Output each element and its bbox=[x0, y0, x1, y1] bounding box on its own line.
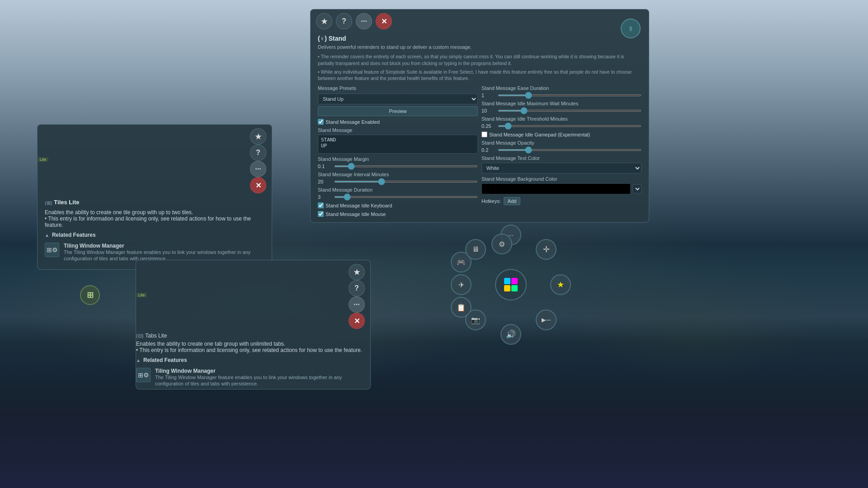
radial-center-icon bbox=[502, 276, 520, 294]
stand-idle-keyboard-checkbox[interactable] bbox=[318, 202, 324, 208]
text-color-select[interactable]: White bbox=[481, 163, 642, 174]
idle-max-wait-slider[interactable] bbox=[498, 110, 642, 112]
tabs-help-button[interactable]: ? bbox=[349, 280, 365, 296]
tabs-related-title: Tiling Window Manager bbox=[155, 368, 370, 374]
tiles-collapse-icon[interactable]: ▲ bbox=[45, 233, 49, 238]
stand-star-button[interactable]: ★ bbox=[316, 13, 332, 29]
tabs-panel-desc: Enables the ability to create one tab gr… bbox=[136, 341, 370, 347]
tiles-related-title: Tiling Window Manager bbox=[64, 243, 264, 249]
stand-message-enabled-row[interactable]: Stand Message Enabled bbox=[318, 119, 478, 125]
stand-margin-value: 0.1 bbox=[318, 164, 331, 169]
ease-duration-row: Stand Message Ease Duration 1 bbox=[481, 85, 642, 98]
stand-panel-title: (♀) Stand bbox=[318, 35, 642, 42]
tabs-panel-note: • This entry is for information and lice… bbox=[136, 347, 370, 353]
tiles-title-prefix: (⊞) bbox=[45, 200, 52, 206]
stand-interval-row: Stand Message Interval Minutes 20 bbox=[318, 172, 478, 184]
opacity-row: Stand Message Opacity 0.2 bbox=[481, 140, 642, 153]
tiles-close-button[interactable]: ✕ bbox=[250, 177, 266, 193]
stand-panel: ♀ ★ ? ··· ✕ (♀) Stand Delivers powerful … bbox=[310, 9, 649, 223]
stand-margin-slider[interactable] bbox=[334, 165, 478, 167]
stand-icon: ♀ bbox=[621, 19, 641, 38]
stand-panel-note1: • The reminder covers the entirety of ea… bbox=[318, 53, 642, 66]
bg-color-select[interactable]: ▼ bbox=[632, 184, 642, 193]
idle-max-wait-slider-container: 10 bbox=[481, 108, 642, 113]
stand-message-enabled-checkbox[interactable] bbox=[318, 119, 324, 125]
ease-duration-value: 1 bbox=[481, 93, 495, 98]
tiles-help-button[interactable]: ? bbox=[250, 145, 266, 161]
tabs-collapse-icon[interactable]: ▲ bbox=[136, 358, 141, 363]
tiles-related-header: ▲ Related Features bbox=[45, 232, 264, 238]
stand-margin-label: Stand Message Margin bbox=[318, 156, 478, 162]
idle-threshold-slider-container: 0.25 bbox=[481, 123, 642, 129]
stand-interval-slider[interactable] bbox=[334, 181, 478, 183]
radial-volume-button[interactable]: 🔊 bbox=[500, 324, 521, 345]
tabs-related-text: Tiling Window Manager The Tiling Window … bbox=[155, 368, 370, 387]
stand-close-button[interactable]: ✕ bbox=[376, 13, 392, 29]
radial-gear-button[interactable]: ⚙ bbox=[491, 234, 512, 254]
bg-color-label: Stand Message Background Color bbox=[481, 176, 642, 182]
tabs-close-button[interactable]: ✕ bbox=[349, 313, 365, 329]
tabs-related-section: ▲ Related Features ⊞⚙ Tiling Window Mana… bbox=[136, 357, 370, 389]
stand-idle-mouse-row[interactable]: Stand Message Idle Mouse bbox=[318, 211, 478, 217]
stand-panel-content: Message Presets Stand Up Preview Stand M… bbox=[318, 85, 642, 217]
tiles-related-label: Related Features bbox=[52, 232, 96, 238]
radial-arrow-button[interactable]: ▶— bbox=[536, 310, 557, 330]
tiles-more-button[interactable]: ··· bbox=[250, 161, 266, 177]
stand-idle-keyboard-label: Stand Message Idle Keyboard bbox=[326, 203, 392, 208]
opacity-slider[interactable] bbox=[498, 149, 642, 151]
tiles-panel-controls: ★ ? ··· ✕ bbox=[250, 128, 266, 193]
tabs-lite-badge: Lite bbox=[137, 293, 147, 297]
idle-threshold-value: 0.25 bbox=[481, 123, 495, 129]
radial-clipboard-button[interactable]: 📋 bbox=[451, 297, 472, 318]
radial-send-button[interactable]: ✈ bbox=[451, 274, 472, 295]
tabs-panel-header: (⊟ Lite ★ ? ··· ✕ bbox=[136, 260, 370, 333]
tabs-more-button[interactable]: ··· bbox=[349, 296, 365, 313]
stand-duration-slider-container: 3 bbox=[318, 194, 478, 200]
preview-button[interactable]: Preview bbox=[318, 106, 478, 116]
add-hotkey-button[interactable]: Add bbox=[504, 197, 521, 205]
opacity-slider-container: 0.2 bbox=[481, 147, 642, 153]
idle-gamepad-checkbox[interactable] bbox=[481, 131, 487, 137]
tabs-title-row: (⊟) Tabs Lite bbox=[136, 333, 370, 339]
tabs-related-header: ▲ Related Features bbox=[136, 357, 370, 363]
stand-idle-mouse-label: Stand Message Idle Mouse bbox=[326, 211, 386, 217]
stand-more-button[interactable]: ··· bbox=[356, 13, 372, 29]
bg-color-swatch bbox=[481, 183, 631, 194]
idle-threshold-row: Stand Message Idle Threshold Minutes 0.2… bbox=[481, 116, 642, 129]
tiles-title-row: (⊞) Tiles Lite bbox=[45, 199, 264, 207]
tabs-panel-body: (⊟) Tabs Lite Enables the ability to cre… bbox=[136, 333, 370, 389]
svg-rect-0 bbox=[504, 278, 510, 284]
idle-threshold-slider[interactable] bbox=[498, 125, 642, 127]
radial-star-button[interactable]: ★ bbox=[550, 274, 571, 295]
tabs-panel-title: Tabs Lite bbox=[145, 333, 167, 339]
svg-rect-2 bbox=[504, 285, 510, 291]
stand-idle-keyboard-row[interactable]: Stand Message Idle Keyboard bbox=[318, 202, 478, 208]
stand-idle-mouse-checkbox[interactable] bbox=[318, 211, 324, 217]
tabs-panel: (⊟ Lite ★ ? ··· ✕ (⊟) Tabs Lite Enables … bbox=[136, 260, 371, 389]
stand-duration-slider[interactable] bbox=[334, 196, 478, 198]
tiles-panel: ⊞ Lite ★ ? ··· ✕ (⊞) Tiles Lite Enables … bbox=[37, 124, 272, 270]
tiles-star-button[interactable]: ★ bbox=[250, 128, 266, 145]
stand-interval-label: Stand Message Interval Minutes bbox=[318, 172, 478, 177]
opacity-value: 0.2 bbox=[481, 147, 495, 153]
tiles-panel-body: (⊞) Tiles Lite Enables the ability to cr… bbox=[38, 197, 272, 269]
radial-cross-button[interactable]: ✛ bbox=[536, 239, 557, 260]
idle-threshold-label: Stand Message Idle Threshold Minutes bbox=[481, 116, 642, 122]
tiles-lite-badge: Lite bbox=[38, 157, 48, 162]
ease-duration-slider[interactable] bbox=[498, 94, 642, 96]
message-presets-select[interactable]: Stand Up bbox=[318, 94, 478, 104]
stand-help-button[interactable]: ? bbox=[336, 13, 352, 29]
radial-window-button[interactable]: 🖥 bbox=[465, 239, 486, 260]
tiles-related-text: Tiling Window Manager The Tiling Window … bbox=[64, 243, 264, 262]
tiles-panel-note: • This entry is for information and lice… bbox=[45, 216, 264, 228]
tiles-related-section: ▲ Related Features ⊞⚙ Tiling Window Mana… bbox=[45, 232, 264, 264]
stand-message-textarea[interactable]: STAND UP bbox=[318, 135, 478, 154]
idle-max-wait-label: Stand Message Idle Maximum Wait Minutes bbox=[481, 101, 642, 106]
idle-max-wait-row: Stand Message Idle Maximum Wait Minutes … bbox=[481, 101, 642, 113]
idle-gamepad-row[interactable]: Stand Message Idle Gamepad (Experimental… bbox=[481, 131, 642, 137]
tabs-star-button[interactable]: ★ bbox=[349, 264, 365, 280]
stand-duration-label: Stand Message Duration bbox=[318, 187, 478, 192]
stand-panel-body: (♀) Stand Delivers powerful reminders to… bbox=[311, 33, 649, 222]
stand-duration-row: Stand Message Duration 3 bbox=[318, 187, 478, 200]
radial-center-button[interactable] bbox=[495, 269, 527, 300]
